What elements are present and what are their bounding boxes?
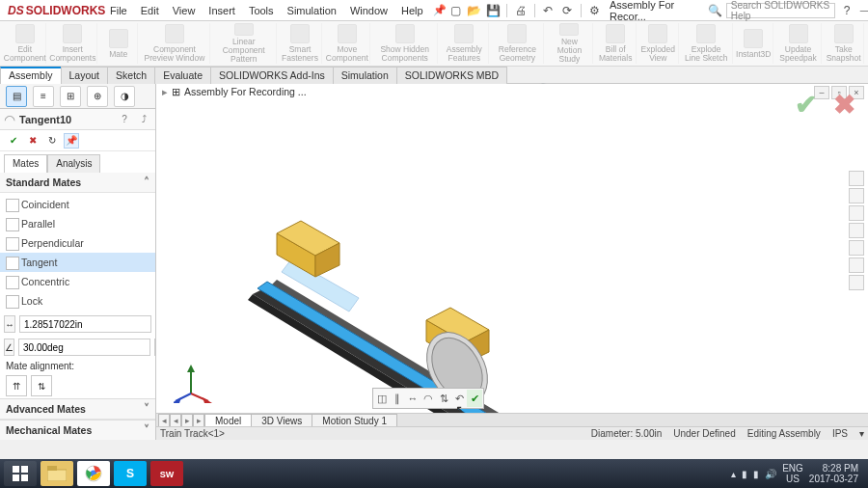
cmd-insert-components[interactable]: Insert Components	[48, 23, 97, 64]
subtab-mates[interactable]: Mates	[4, 154, 47, 173]
tray-volume-icon[interactable]: 🔊	[765, 469, 776, 479]
ctx-tangent-icon[interactable]: ◠	[420, 390, 436, 407]
tab-simulation[interactable]: Simulation	[333, 67, 397, 84]
taskbar-solidworks-icon[interactable]: SW	[150, 461, 183, 486]
pin-icon[interactable]: ⤴	[136, 112, 151, 127]
aligned-icon[interactable]: ⇈	[6, 375, 27, 396]
tray-language[interactable]: ENG US	[782, 463, 803, 484]
mechanical-mates-header[interactable]: Mechanical Mates ˅	[0, 420, 155, 440]
configuration-manager-tab-icon[interactable]: ⊞	[60, 86, 81, 107]
tray-battery-icon[interactable]: ▮	[742, 469, 747, 479]
cmd-bom[interactable]: Bill of Materials	[595, 23, 637, 64]
distance-input[interactable]	[19, 315, 151, 333]
new-doc-icon[interactable]: ▢	[448, 2, 464, 19]
taskpane-appearances-icon[interactable]	[849, 240, 864, 256]
tab-layout[interactable]: Layout	[61, 67, 109, 84]
taskpane-view-palette-icon[interactable]	[849, 223, 864, 238]
cmd-exploded-view[interactable]: Exploded View	[638, 23, 679, 64]
graphics-area[interactable]: – ▫ × ▸ ⊞ Assembly For Recording ... ✔ ✖	[156, 84, 868, 440]
cmd-mate[interactable]: Mate	[99, 23, 138, 64]
scroll-right2-icon[interactable]: ▸	[193, 414, 204, 427]
scroll-right-icon[interactable]: ▸	[181, 414, 193, 427]
mate-perpendicular[interactable]: Perpendicular	[0, 233, 155, 253]
bottom-tab-model[interactable]: Model	[204, 414, 252, 427]
ctx-coincident-icon[interactable]: ◫	[374, 390, 390, 407]
cmd-move-component[interactable]: Move Component	[324, 23, 370, 64]
save-icon[interactable]: 💾	[486, 2, 502, 19]
cmd-smart-fasteners[interactable]: Smart Fasteners	[279, 23, 323, 64]
status-units[interactable]: IPS	[832, 428, 848, 439]
mate-tangent[interactable]: Tangent	[0, 253, 155, 272]
search-input[interactable]: Search SOLIDWORKS Help	[726, 3, 836, 18]
keep-visible-icon[interactable]: 📌	[64, 133, 79, 149]
menu-view[interactable]: View	[167, 2, 202, 19]
help-icon[interactable]: ?	[839, 2, 854, 19]
subtab-analysis[interactable]: Analysis	[47, 154, 100, 173]
menu-tools[interactable]: Tools	[243, 2, 280, 19]
ok-button[interactable]: ✔	[6, 133, 21, 149]
menu-help[interactable]: Help	[395, 2, 429, 19]
status-settings-icon[interactable]: ▾	[859, 428, 864, 439]
cmd-instant3d[interactable]: Instant3D	[735, 23, 773, 64]
angle-spinner[interactable]: ▲▼	[154, 339, 155, 356]
menu-insert[interactable]: Insert	[203, 2, 241, 19]
ctx-parallel-icon[interactable]: ∥	[390, 390, 405, 407]
ctx-distance-icon[interactable]: ↔	[405, 390, 420, 407]
cmd-explode-line[interactable]: Explode Line Sketch	[681, 23, 733, 64]
dimxpert-manager-tab-icon[interactable]: ⊕	[87, 86, 108, 107]
rebuild-icon[interactable]: ⟳	[559, 2, 575, 19]
ctx-ok-icon[interactable]: ✔	[467, 390, 482, 407]
tray-network-icon[interactable]: ▮	[753, 469, 759, 479]
cmd-update-speedpak[interactable]: Update Speedpak	[775, 23, 823, 64]
cmd-assembly-features[interactable]: Assembly Features	[440, 23, 489, 64]
tab-evaluate[interactable]: Evaluate	[154, 67, 211, 84]
cmd-take-snapshot[interactable]: Take Snapshot	[824, 23, 864, 64]
mate-parallel[interactable]: Parallel	[0, 214, 155, 233]
cmd-linear-pattern[interactable]: Linear Component Pattern	[212, 23, 277, 64]
cancel-button[interactable]: ✖	[25, 133, 41, 149]
search-icon[interactable]: 🔍	[707, 2, 722, 19]
open-icon[interactable]: 📂	[467, 2, 482, 19]
taskpane-resources-icon[interactable]	[849, 171, 864, 186]
taskpane-forum-icon[interactable]	[849, 275, 864, 290]
feature-manager-tab-icon[interactable]: ▤	[6, 86, 27, 107]
menu-pin-icon[interactable]: 📌	[431, 2, 448, 19]
help-icon[interactable]: ?	[117, 112, 132, 127]
cmd-edit-component[interactable]: Edit Component	[4, 23, 46, 64]
mate-coincident[interactable]: Coincident	[0, 195, 155, 214]
menu-file[interactable]: File	[104, 2, 133, 19]
cmd-new-motion-study[interactable]: New Motion Study	[546, 23, 593, 64]
menu-window[interactable]: Window	[344, 2, 393, 19]
taskbar-explorer-icon[interactable]	[41, 461, 73, 486]
scroll-left2-icon[interactable]: ◂	[170, 414, 181, 427]
print-icon[interactable]: 🖨	[513, 2, 529, 19]
orientation-triad[interactable]	[174, 365, 212, 403]
tab-sketch[interactable]: Sketch	[107, 67, 155, 84]
display-manager-tab-icon[interactable]: ◑	[114, 86, 135, 107]
advanced-mates-header[interactable]: Advanced Mates ˅	[0, 399, 155, 420]
angle-input[interactable]	[18, 339, 150, 356]
tab-addins[interactable]: SOLIDWORKS Add-Ins	[210, 67, 334, 84]
start-button[interactable]	[4, 461, 37, 486]
tab-mbd[interactable]: SOLIDWORKS MBD	[396, 67, 507, 84]
anti-aligned-icon[interactable]: ⇅	[31, 375, 52, 396]
tray-arrow-icon[interactable]: ▴	[731, 469, 736, 479]
tray-clock[interactable]: 8:28 PM 2017-03-27	[809, 463, 858, 484]
taskbar-chrome-icon[interactable]	[77, 461, 110, 486]
mate-lock[interactable]: Lock	[0, 291, 155, 311]
minimize-button[interactable]: —	[858, 3, 868, 18]
standard-mates-header[interactable]: Standard Mates ˄	[0, 173, 155, 193]
scroll-left-icon[interactable]: ◂	[158, 414, 170, 427]
menu-simulation[interactable]: Simulation	[282, 2, 342, 19]
preview-icon[interactable]: ↻	[44, 133, 60, 149]
ctx-flip-icon[interactable]: ⇅	[436, 390, 451, 407]
cmd-reference-geometry[interactable]: Reference Geometry	[491, 23, 544, 64]
taskpane-design-library-icon[interactable]	[849, 188, 864, 203]
cmd-component-preview[interactable]: Component Preview Window	[140, 23, 209, 64]
menu-edit[interactable]: Edit	[135, 2, 165, 19]
undo-icon[interactable]: ↶	[541, 2, 556, 19]
bottom-tab-motion-study[interactable]: Motion Study 1	[312, 414, 397, 427]
mate-concentric[interactable]: Concentric	[0, 272, 155, 291]
bottom-tab-3d-views[interactable]: 3D Views	[251, 414, 312, 427]
tab-assembly[interactable]: Assembly	[0, 67, 62, 84]
